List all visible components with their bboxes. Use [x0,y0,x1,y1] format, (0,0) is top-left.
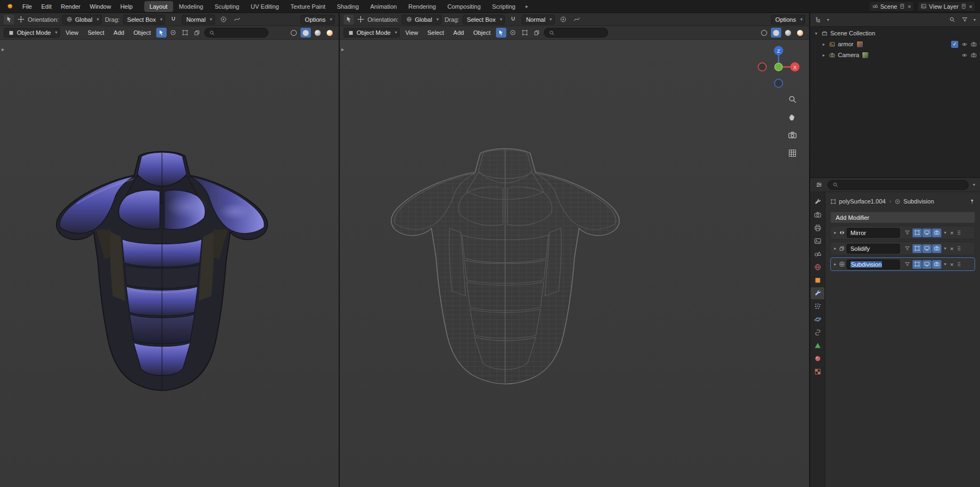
menu-help[interactable]: Help [116,2,137,11]
hide-eye-icon[interactable] [961,52,967,58]
delete-modifier-icon[interactable]: × [949,245,954,252]
view-menu[interactable]: View [62,28,82,37]
modifier-extras-icon[interactable]: ▾ [943,230,947,235]
modifier-panel-mirror[interactable]: ▸ Mirror ▾ × [830,226,975,239]
toolbar-expand-icon[interactable]: ▸ [341,46,344,52]
properties-search-input[interactable] [841,182,964,188]
overlay-toggle-icon[interactable] [180,28,191,38]
tab-particles[interactable] [811,300,824,312]
shading-wireframe-icon[interactable] [759,28,769,38]
orientation-dropdown[interactable]: Global [402,15,442,24]
render-toggle-icon[interactable] [932,229,941,237]
workspace-tab-scripting[interactable]: Scripting [487,1,521,12]
drag-handle-icon[interactable] [956,245,962,251]
shading-wireframe-icon[interactable] [289,28,299,38]
modifier-extras-icon[interactable]: ▾ [943,246,947,251]
view-menu[interactable]: View [401,28,422,37]
mode-dropdown[interactable]: Object Mode [344,28,400,38]
tab-material[interactable] [811,353,824,365]
tab-view-layer[interactable] [811,235,824,247]
unlink-scene-icon[interactable]: × [908,3,911,10]
render-visibility-icon[interactable] [971,41,977,47]
vertex-group-toggle-icon[interactable] [903,260,912,269]
expand-icon[interactable]: ▾ [813,31,819,36]
tab-output[interactable] [811,222,824,234]
vertex-group-toggle-icon[interactable] [903,229,912,237]
xray-toggle-icon[interactable] [192,28,203,38]
proportional-edit-icon[interactable] [218,15,229,24]
outliner-search-icon[interactable] [947,15,958,24]
tab-physics[interactable] [811,313,824,325]
drag-handle-icon[interactable] [956,261,962,267]
object-name[interactable]: armor [838,41,854,47]
mode-dropdown[interactable]: Object Mode [4,28,60,38]
modifier-panel-subdivision[interactable]: ▸ Subdivision ▾ × [830,257,975,271]
edit-mode-toggle-icon[interactable] [912,244,922,253]
modifier-name-field[interactable]: Solidify [847,244,900,254]
properties-options-chevron-icon[interactable]: ▾ [972,182,976,187]
gizmo-toggle-icon[interactable] [508,28,518,38]
vertex-group-toggle-icon[interactable] [903,244,912,253]
modifier-extras-icon[interactable]: ▾ [943,262,947,267]
hide-eye-icon[interactable] [961,41,967,47]
viewport-search-input[interactable] [557,29,603,36]
expand-icon[interactable]: ▸ [821,42,826,47]
properties-editor-type-icon[interactable] [814,180,824,190]
pin-icon[interactable] [969,199,975,205]
snap-target-dropdown[interactable]: Normal [182,15,215,24]
expand-icon[interactable]: ▸ [833,246,837,251]
pan-hand-icon[interactable] [786,111,798,123]
delete-modifier-icon[interactable]: × [949,230,954,236]
snap-magnet-icon[interactable] [508,15,518,24]
tab-render[interactable] [811,209,824,221]
workspace-tab-modeling[interactable]: Modeling [174,1,209,12]
move-tool-icon[interactable] [17,16,24,23]
add-menu[interactable]: Add [110,28,128,37]
modifier-name-field[interactable]: Mirror [847,228,900,238]
workspace-tab-shading[interactable]: Shading [332,1,364,12]
shading-rendered-icon[interactable] [324,28,335,38]
menu-render[interactable]: Render [57,2,85,11]
select-menu[interactable]: Select [424,28,448,37]
new-scene-icon[interactable] [899,3,905,9]
new-view-layer-icon[interactable] [961,3,967,9]
object-menu[interactable]: Object [469,28,494,37]
workspace-tab-layout[interactable]: Layout [144,1,173,12]
toolbar-expand-icon[interactable]: ▸ [2,46,4,52]
navigation-gizmo[interactable]: Z X [756,44,801,90]
menu-window[interactable]: Window [85,2,115,11]
menu-edit[interactable]: Edit [37,2,56,11]
drag-dropdown[interactable]: Select Box [123,15,166,24]
tab-constraints[interactable] [811,326,824,338]
ortho-grid-icon[interactable] [786,147,798,159]
shading-material-icon[interactable] [313,28,323,38]
add-menu[interactable]: Add [450,28,468,37]
snap-magnet-icon[interactable] [168,15,179,24]
workspace-tab-animation[interactable]: Animation [365,1,402,12]
expand-icon[interactable]: ▸ [821,53,826,58]
delete-modifier-icon[interactable]: × [949,261,954,268]
workspace-tab-uv-editing[interactable]: UV Editing [245,1,284,12]
overlay-toggle-icon[interactable] [520,28,530,38]
snap-target-dropdown[interactable]: Normal [522,15,554,24]
xray-toggle-icon[interactable] [532,28,542,38]
outliner-row-armor[interactable]: ▸ armor ✓ [810,39,980,50]
tab-scene[interactable] [811,248,824,260]
shading-rendered-icon[interactable] [795,28,805,38]
view-layer-selector[interactable]: View Layer × [917,1,976,11]
select-menu[interactable]: Select [84,28,108,37]
move-tool-icon[interactable] [357,16,364,23]
selectability-icon[interactable] [156,28,167,38]
add-modifier-button[interactable]: Add Modifier [830,212,975,223]
object-menu[interactable]: Object [130,28,155,37]
gizmo-toggle-icon[interactable] [168,28,179,38]
blender-logo-icon[interactable] [4,1,15,12]
falloff-curve-icon[interactable] [572,15,582,24]
active-tool-icon[interactable] [4,15,14,24]
options-dropdown[interactable]: Options [301,15,335,24]
outliner-editor-type-icon[interactable] [813,15,824,24]
breadcrumb-object-name[interactable]: polySurface1.004 [839,198,886,205]
edit-mode-toggle-icon[interactable] [912,229,922,237]
tab-object-data[interactable] [811,340,824,352]
viewport-search[interactable] [204,28,268,38]
